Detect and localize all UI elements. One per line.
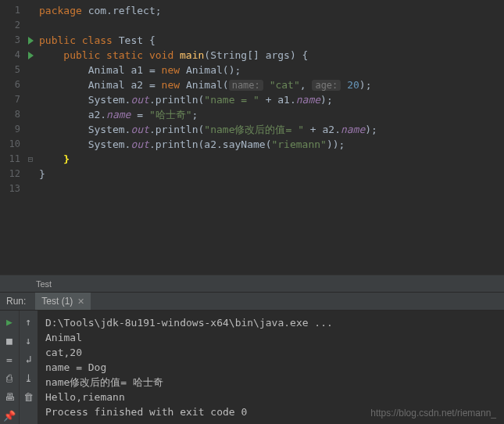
gutter-markers: ⊟ xyxy=(25,0,36,275)
wrap-icon[interactable]: ↲ xyxy=(23,353,35,365)
run-marker-icon[interactable] xyxy=(25,33,36,48)
scroll-end-icon[interactable]: ⤓ xyxy=(23,372,35,384)
stop-icon[interactable]: ■ xyxy=(3,334,16,347)
print-icon[interactable]: 🖶 xyxy=(3,390,16,403)
code-content[interactable]: package com.reflect; public class Test {… xyxy=(36,0,504,275)
fold-icon[interactable]: ⊟ xyxy=(25,152,36,167)
code-editor[interactable]: 1 2 3 4 5 6 7 8 9 10 11 12 13 ⊟ package … xyxy=(0,0,504,275)
console-output[interactable]: D:\Tools\jdk-8u191-windows-x64\bin\java.… xyxy=(38,311,504,424)
run-header: Run: Test (1) ✕ xyxy=(0,292,504,311)
parameter-hint: name: xyxy=(229,80,263,91)
run-panel: Run: Test (1) ✕ ▶ ■ = ⎙ 🖶 📌 ↑ ↓ ↲ ⤓ 🗑 D:… xyxy=(0,292,504,424)
run-toolbar-primary: ▶ ■ = ⎙ 🖶 📌 xyxy=(0,311,19,424)
down-icon[interactable]: ↓ xyxy=(23,334,35,347)
rerun-icon[interactable]: ▶ xyxy=(3,315,16,328)
close-icon[interactable]: ✕ xyxy=(77,296,84,307)
run-label: Run: xyxy=(0,296,32,307)
pin-icon[interactable]: 📌 xyxy=(3,409,16,422)
clear-icon[interactable]: 🗑 xyxy=(23,390,35,403)
run-toolbar-secondary: ↑ ↓ ↲ ⤓ 🗑 xyxy=(19,311,38,424)
breadcrumb[interactable]: Test xyxy=(0,275,504,292)
run-tab[interactable]: Test (1) ✕ xyxy=(35,293,91,310)
run-marker-icon[interactable] xyxy=(25,48,36,63)
up-icon[interactable]: ↑ xyxy=(23,315,35,328)
watermark: https://blog.csdn.net/riemann_ xyxy=(370,406,496,421)
line-gutter: 1 2 3 4 5 6 7 8 9 10 11 12 13 xyxy=(0,0,25,275)
run-tab-label: Test (1) xyxy=(41,296,73,307)
pause-icon[interactable]: = xyxy=(3,353,16,365)
dump-icon[interactable]: ⎙ xyxy=(3,372,16,384)
parameter-hint: age: xyxy=(312,80,341,91)
